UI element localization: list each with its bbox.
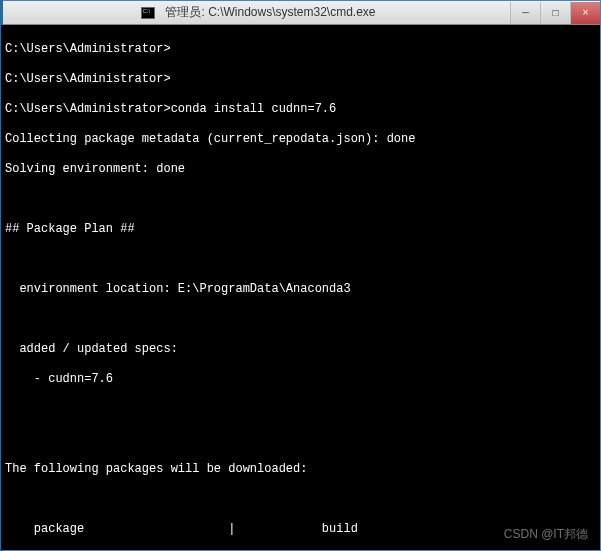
output-line: Collecting package metadata (current_rep… (5, 132, 596, 147)
table-header: package | build (5, 522, 596, 537)
spec-line: - cudnn=7.6 (5, 372, 596, 387)
window-controls: ─ □ × (510, 2, 600, 24)
terminal-output[interactable]: C:\Users\Administrator> C:\Users\Adminis… (1, 25, 600, 550)
prompt-line: C:\Users\Administrator> (5, 72, 596, 87)
output-line: environment location: E:\ProgramData\Ana… (5, 282, 596, 297)
section-header: ## Package Plan ## (5, 222, 596, 237)
maximize-button[interactable]: □ (540, 2, 570, 24)
output-line: Solving environment: done (5, 162, 596, 177)
blank-line (5, 252, 596, 267)
cmd-icon (141, 7, 155, 19)
section-header: The following packages will be downloade… (5, 462, 596, 477)
minimize-button[interactable]: ─ (510, 2, 540, 24)
blank-line (5, 492, 596, 507)
close-button[interactable]: × (570, 2, 600, 24)
title-area: 管理员: C:\Windows\system32\cmd.exe (7, 4, 510, 21)
command-line: C:\Users\Administrator>conda install cud… (5, 102, 596, 117)
title-bar[interactable]: 管理员: C:\Windows\system32\cmd.exe ─ □ × (1, 1, 600, 25)
window-title: 管理员: C:\Windows\system32\cmd.exe (165, 4, 375, 21)
blank-line (5, 192, 596, 207)
blank-line (5, 432, 596, 447)
blank-line (5, 402, 596, 417)
cmd-window: 管理员: C:\Windows\system32\cmd.exe ─ □ × C… (0, 0, 601, 551)
blank-line (5, 312, 596, 327)
prompt-line: C:\Users\Administrator> (5, 42, 596, 57)
output-line: added / updated specs: (5, 342, 596, 357)
